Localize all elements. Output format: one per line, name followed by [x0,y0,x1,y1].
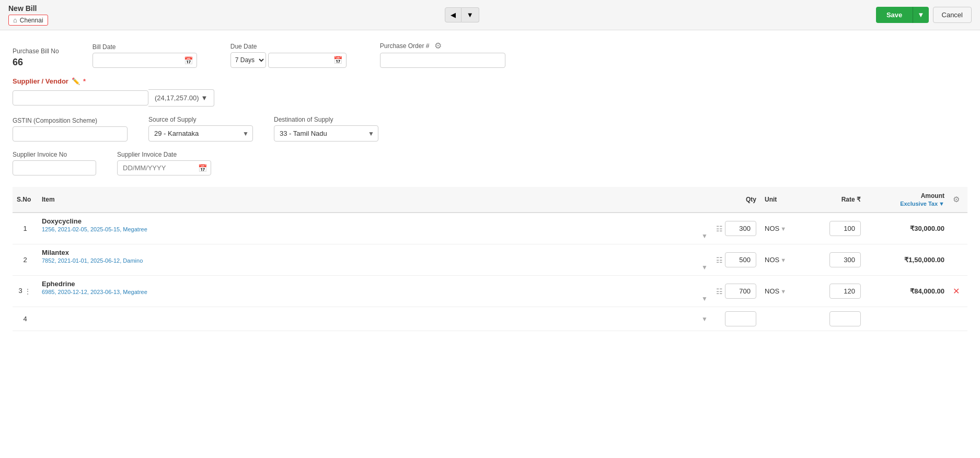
qty-grid-icon[interactable]: ☷ [716,287,723,296]
supplier-label-text: Supplier / Vendor [13,77,68,85]
purchase-order-input[interactable] [380,53,505,68]
amount-value: ₹1,50,000.00 [904,256,944,264]
gstin-input[interactable]: 33APWAS2365E1ZE [13,126,128,142]
source-of-supply-select[interactable]: 29 - Karnataka [148,125,253,142]
supplier-edit-icon[interactable]: ✏️ [72,77,80,85]
source-of-supply-wrap: 29 - Karnataka ▼ [148,125,253,142]
gstin-label: GSTIN (Composition Scheme) [13,117,128,124]
destination-of-supply-wrap: 33 - Tamil Nadu ▼ [274,125,378,142]
exclusive-tax-button[interactable]: Exclusive Tax ▼ [900,201,944,207]
cell-rate[interactable] [813,213,865,244]
item-meta: 7852, 2021-01-01, 2025-06-12, Damino [42,257,708,264]
item-row-chevron[interactable]: ▼ [701,295,708,302]
save-dropdown-button[interactable]: ▼ [913,7,928,23]
group-purchase-order: Purchase Order # ⚙ [380,41,967,68]
supplier-invoice-date-calendar-icon[interactable]: 📅 [198,164,207,172]
qty-grid-icon[interactable]: ☷ [716,225,723,233]
supplier-required-star: * [83,77,86,85]
supplier-balance[interactable]: (24,17,257.00) ▼ [148,89,214,107]
nav-prev-button[interactable]: ◀ [445,7,462,22]
item-name: Milantex [42,249,708,256]
cell-sno: 3 ⋮ [13,276,38,307]
bill-date-calendar-icon[interactable]: 📅 [184,56,193,65]
cell-action[interactable]: ✕ [949,276,967,307]
th-action: ⚙ [949,187,967,213]
unit-chevron-icon[interactable]: ▼ [780,257,786,263]
unit-value: NOS [765,287,779,295]
qty-input[interactable] [725,252,756,267]
cell-item[interactable]: Milantex 7852, 2021-01-01, 2025-06-12, D… [38,244,712,276]
delete-row-button[interactable]: ✕ [953,286,960,296]
group-bill-date: Bill Date 10/02/2025 📅 [93,43,197,68]
qty-input[interactable] [725,284,756,299]
cell-item[interactable]: Ephedrine 6985, 2020-12-12, 2023-06-13, … [38,276,712,307]
supplier-section-label: Supplier / Vendor ✏️ * [13,77,967,85]
th-rate: Rate ₹ [813,187,865,213]
item-row-chevron[interactable]: ▼ [701,315,708,323]
supplier-name-input[interactable]: Nisha Medicals [13,90,148,105]
th-unit: Unit [760,187,813,213]
cell-qty [712,307,760,331]
supplier-invoice-date-input[interactable] [117,160,211,175]
cell-qty[interactable]: ☷ [712,213,760,244]
supplier-invoice-date-label: Supplier Invoice Date [117,151,211,158]
cell-action [949,307,967,331]
source-of-supply-label: Source of Supply [148,116,253,123]
save-button[interactable]: Save [876,7,913,23]
bill-date-input[interactable]: 10/02/2025 [93,53,197,68]
rate-input[interactable] [829,221,861,236]
supplier-invoice-date-wrap: 📅 [117,160,211,175]
unit-chevron-icon[interactable]: ▼ [780,226,786,232]
supplier-invoice-no-input[interactable] [13,160,96,175]
due-date-label: Due Date [230,43,347,50]
cell-action [949,213,967,244]
due-date-calendar-icon[interactable]: 📅 [333,56,342,64]
amount-value: ₹84,000.00 [910,287,944,295]
main-form: Purchase Bill No 66 Bill Date 10/02/2025… [0,30,980,458]
nav-dropdown-button[interactable]: ▼ [462,7,479,22]
cell-item: ▼ [38,307,712,331]
cancel-button[interactable]: Cancel [933,7,972,23]
item-name: Doxycycline [42,217,708,225]
cell-amount: ₹30,000.00 [865,213,949,244]
item-row-chevron[interactable]: ▼ [701,232,708,240]
cell-unit[interactable]: NOS ▼ [760,244,813,276]
supplier-balance-value: (24,17,257.00) [155,94,199,102]
home-icon: ⌂ [13,16,17,24]
supplier-row: Nisha Medicals (24,17,257.00) ▼ [13,89,967,107]
cell-rate[interactable] [813,276,865,307]
cell-unit[interactable]: NOS ▼ [760,213,813,244]
cell-amount: ₹1,50,000.00 [865,244,949,276]
th-item: Item [38,187,712,213]
cell-amount: ₹84,000.00 [865,276,949,307]
cell-item[interactable]: Doxycycline 1256, 2021-02-05, 2025-05-15… [38,213,712,244]
due-days-select[interactable]: 7 Days [230,52,266,68]
cell-qty[interactable]: ☷ [712,276,760,307]
item-row-chevron[interactable]: ▼ [701,264,708,271]
cell-rate[interactable] [813,244,865,276]
cell-unit[interactable]: NOS ▼ [760,276,813,307]
group-source-of-supply: Source of Supply 29 - Karnataka ▼ [148,116,253,142]
destination-of-supply-select[interactable]: 33 - Tamil Nadu [274,125,378,142]
qty-grid-icon[interactable]: ☷ [716,256,723,264]
purchase-order-gear-button[interactable]: ⚙ [434,41,442,51]
table-gear-button[interactable]: ⚙ [953,195,960,204]
branch-badge[interactable]: ⌂ Chennai [8,15,48,26]
th-amount: Amount Exclusive Tax ▼ [865,187,949,213]
cell-amount [865,307,949,331]
amount-value: ₹30,000.00 [910,225,944,232]
rate-input[interactable] [829,284,861,299]
qty-input[interactable] [725,311,756,326]
item-meta: 1256, 2021-02-05, 2025-05-15, Megatree [42,226,708,232]
qty-input[interactable] [725,221,756,236]
group-gstin: GSTIN (Composition Scheme) 33APWAS2365E1… [13,117,128,142]
unit-value: NOS [765,225,779,232]
unit-chevron-icon[interactable]: ▼ [780,288,786,295]
rate-input[interactable] [829,311,861,326]
purchase-order-label: Purchase Order # [380,42,430,50]
cell-qty[interactable]: ☷ [712,244,760,276]
table-row: 4 ▼ [13,307,967,331]
rate-input[interactable] [829,252,861,267]
due-date-row: 7 Days 17/02/2025 📅 [230,52,347,68]
exclusive-tax-chevron-icon: ▼ [939,201,944,207]
